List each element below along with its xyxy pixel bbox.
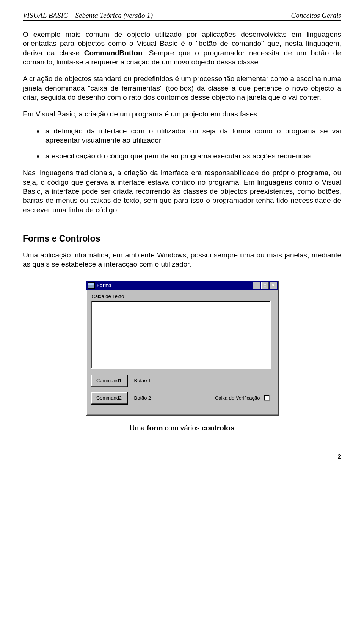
textbox-input[interactable]: [91, 301, 271, 369]
form-icon: [88, 282, 95, 289]
button-label: Command1: [96, 378, 122, 383]
paragraph-1: O exemplo mais comum de objecto utilizad…: [23, 30, 341, 67]
bullet-item: a especificação do código que permite ao…: [44, 152, 341, 161]
section-heading: Forms e Controlos: [23, 234, 341, 244]
paragraph-3: Em Visual Basic, a criação de um program…: [23, 110, 341, 119]
maximize-button[interactable]: □: [261, 282, 269, 289]
maximize-icon: □: [264, 284, 266, 287]
page-header: VISUAL BASIC – Sebenta Teórica (versão 1…: [23, 11, 341, 20]
text-bold: controlos: [202, 424, 235, 432]
window-body: Caixa de Texto Command1 Botão 1 Command2…: [86, 290, 278, 415]
command2-button[interactable]: Command2: [91, 392, 127, 404]
header-left: VISUAL BASIC – Sebenta Teórica (versão 1…: [23, 11, 153, 20]
window-form1: Form1 _ □ × Caixa de Texto Command1 Botã…: [86, 281, 279, 416]
titlebar[interactable]: Form1 _ □ ×: [86, 281, 278, 290]
document-page: VISUAL BASIC – Sebenta Teórica (versão 1…: [0, 0, 364, 476]
window-title: Form1: [97, 282, 252, 288]
checkbox-group: Caixa de Verificação: [215, 395, 270, 401]
checkbox-label: Caixa de Verificação: [215, 395, 260, 401]
paragraph-4: Nas linguagens tradicionais, a criação d…: [23, 168, 341, 215]
figure-caption: Uma form com vários controlos: [23, 424, 341, 432]
paragraph-5: Uma aplicação informática, em ambiente W…: [23, 251, 341, 269]
minimize-button[interactable]: _: [253, 282, 260, 289]
text: Uma: [130, 424, 147, 432]
minimize-icon: _: [256, 284, 258, 287]
button-label: Command2: [96, 395, 122, 401]
text: com vários: [163, 424, 201, 432]
header-divider: [23, 20, 341, 21]
botao2-label: Botão 2: [134, 395, 151, 401]
close-icon: ×: [272, 284, 275, 287]
row-2: Command2 Botão 2 Caixa de Verificação: [91, 392, 273, 404]
command1-button[interactable]: Command1: [91, 375, 127, 387]
bullet-item: a definição da interface com o utilizado…: [44, 127, 341, 145]
text-bold: form: [147, 424, 163, 432]
bullet-list: a definição da interface com o utilizado…: [23, 127, 341, 161]
close-button[interactable]: ×: [270, 282, 277, 289]
figure: Form1 _ □ × Caixa de Texto Command1 Botã…: [23, 281, 341, 432]
page-number: 2: [23, 453, 341, 461]
class-name: CommandButton: [84, 49, 143, 57]
paragraph-2: A criação de objectos standard ou predef…: [23, 74, 341, 102]
row-1: Command1 Botão 1: [91, 375, 273, 387]
textbox-label: Caixa de Texto: [92, 293, 273, 299]
header-right: Conceitos Gerais: [291, 11, 341, 20]
botao1-label: Botão 1: [134, 378, 151, 383]
checkbox-input[interactable]: [264, 395, 270, 401]
